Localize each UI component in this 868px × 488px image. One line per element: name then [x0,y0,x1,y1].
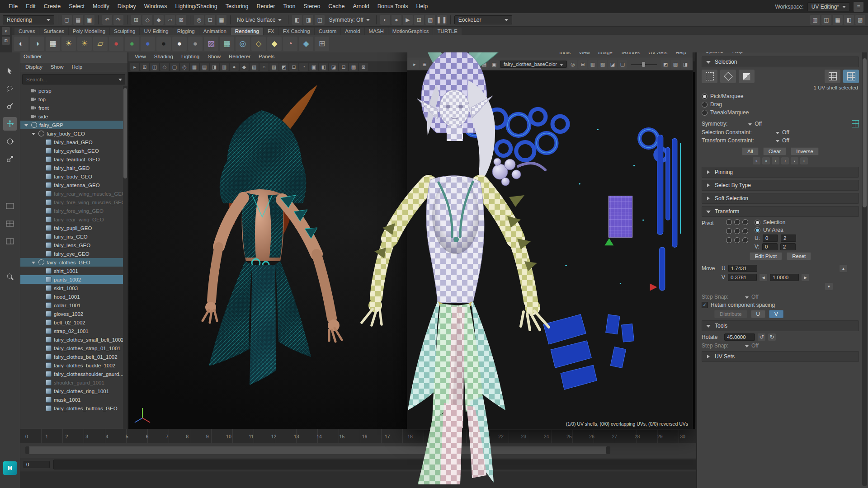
outliner-item[interactable]: hood_1001 [20,292,127,301]
expand-toggle-icon[interactable] [38,337,43,343]
outliner-search-input[interactable] [25,76,116,83]
section-tools[interactable]: Tools [702,320,859,331]
nudge-left-button[interactable]: ◀ [760,274,767,281]
pivot-selection-radio[interactable] [755,220,760,225]
viewport-shadows-icon[interactable]: ▨ [269,63,278,71]
uv-tile-icon[interactable]: ▦ [440,60,449,69]
outliner-item[interactable]: fairy_GRP [20,121,127,129]
menu-item[interactable]: Edit [22,0,40,13]
workspace-menu-icon[interactable]: ≡ [854,2,863,12]
zoom-tool-icon[interactable] [3,270,17,283]
shelf-tab[interactable]: Animation [199,28,231,35]
shelf-toon-icon[interactable]: ◔ [283,37,297,51]
chevron-down-icon[interactable] [748,123,752,127]
select-edge-loop-icon[interactable]: ▫ [800,157,808,164]
outliner-item[interactable]: fairy_clothes_belt_01_1002 [20,352,127,361]
shelf-shader-white-icon[interactable]: ● [172,37,187,51]
shelf-tab[interactable]: Poly Modeling [69,28,109,35]
shelf-tab[interactable]: Arnold [341,28,364,35]
vertex-select-icon[interactable] [720,70,736,83]
viewport-menu-item[interactable]: Show [204,52,224,61]
menu-item[interactable]: Bonus Tools [373,0,412,13]
menu-item[interactable]: Stereo [300,0,325,13]
undo-icon[interactable]: ↶ [102,15,112,25]
expand-toggle-icon[interactable] [38,217,43,222]
render-view-icon[interactable]: ◐ [380,15,390,25]
save-scene-icon[interactable]: ▣ [85,15,94,25]
outliner-item[interactable]: fairy_rear_wing_GEO [20,215,127,224]
menu-item[interactable]: Cache [324,0,349,13]
shelf-ipr-icon[interactable]: ◑ [30,37,44,51]
expand-toggle-icon[interactable] [24,114,29,119]
expand-toggle-icon[interactable] [38,406,43,411]
viewport-textured-icon[interactable]: ▧ [250,63,259,71]
symmetry-value[interactable]: Off [755,121,762,127]
expand-toggle-icon[interactable] [24,122,29,128]
expand-toggle-icon[interactable] [38,157,43,162]
distribute-button[interactable]: Distribute [714,310,747,318]
pivot-uv-area-radio[interactable] [755,227,760,233]
outliner-item[interactable]: fairy_clothes_small_belt_1002 [20,335,127,344]
expand-toggle-icon[interactable] [38,174,43,179]
shelf-area-light-icon[interactable]: ▱ [93,37,108,51]
selection-mask-icon[interactable]: ⊟ [205,15,215,25]
chevron-down-icon[interactable] [776,132,779,136]
viewport-snap-icon[interactable]: ⊡ [339,63,348,71]
texture-selector-dropdown[interactable]: fairy_clothes_baseColor [500,61,567,68]
expand-toggle-icon[interactable] [38,397,43,403]
filter-dropdown-icon[interactable] [118,79,122,83]
uv-grid-icon[interactable]: ⊞ [420,60,429,69]
expand-toggle-icon[interactable] [38,191,43,197]
viewport-wireframe-icon[interactable]: ◆ [240,63,249,71]
renderer-selector-dropdown[interactable]: EockeLer [454,15,512,24]
snap-view-icon[interactable]: ⊠ [176,15,186,25]
outliner-item[interactable]: fairy_clothesshoulder_gaurd... [20,370,127,378]
clear-selection-button[interactable]: Clear [763,147,786,155]
expand-toggle-icon[interactable] [38,311,43,317]
viewport-menu-item[interactable]: Panels [255,52,278,61]
range-start-field[interactable] [24,461,50,468]
expand-toggle-icon[interactable] [24,105,29,111]
viewport-aa-icon[interactable]: ⊟ [289,63,298,71]
select-tool-icon[interactable] [3,64,17,78]
outliner-item[interactable]: mask_1001 [20,395,127,404]
outliner-item[interactable]: fairy_clothes_buckle_1002 [20,361,127,370]
shelf-tab[interactable]: Rigging [173,28,199,35]
rotate-step-snap-value[interactable]: Off [751,343,759,349]
rotate-tool-icon[interactable] [3,135,17,148]
section-select-by-type[interactable]: Select By Type [702,180,859,191]
menu-item[interactable]: Display [113,0,140,13]
viewport-resolution-icon[interactable]: ▤ [200,63,209,71]
expand-toggle-icon[interactable] [38,243,43,248]
expand-toggle-icon[interactable] [38,380,43,385]
menu-item[interactable]: Create [40,0,65,13]
viewport-menu-item[interactable]: Lighting [178,52,203,61]
outliner-item[interactable]: pants_1002 [20,275,127,284]
shelf-tab[interactable]: UV Editing [140,28,172,35]
snap-point-icon[interactable]: ◆ [154,15,164,25]
outliner-item[interactable]: fairy_clothes_strap_01_1001 [20,344,127,352]
expand-toggle-icon[interactable] [38,303,43,308]
pivot-position-grid[interactable] [726,219,747,243]
shelf-checker-icon[interactable]: ▦ [220,37,234,51]
ipr-render-icon[interactable]: ▶ [403,15,413,25]
uv-isolate-icon[interactable]: ◇ [430,60,439,69]
select-edge-ring-icon[interactable]: ▪ [791,157,798,164]
outliner-item[interactable]: fairy_antenna_GEO [20,181,127,189]
scale-tool-icon[interactable] [3,152,17,166]
outliner-toggle-icon[interactable]: ▨ [855,15,865,25]
section-soft-selection[interactable]: Soft Selection [702,193,859,204]
outliner-item[interactable]: fairy_clothes_GEO [20,258,127,267]
uv-ps-icon[interactable]: ▧ [671,60,680,69]
viewport-menu-item[interactable]: View [131,52,150,61]
shelf-tab[interactable]: FX Caching [279,28,314,35]
shelf-shader-gray-icon[interactable]: ● [188,37,203,51]
display-layers-icon[interactable]: ▧ [425,15,435,25]
tool-settings-toggle-icon[interactable]: ◫ [821,15,831,25]
pivot-u2-field[interactable] [781,235,796,242]
paint-select-tool-icon[interactable] [3,99,17,113]
uv-shade-icon[interactable]: ▨ [598,60,607,69]
outliner-menu-item[interactable]: Show [47,63,67,72]
range-start-handle[interactable] [25,446,29,454]
layout-single-pane-icon[interactable] [3,199,17,213]
